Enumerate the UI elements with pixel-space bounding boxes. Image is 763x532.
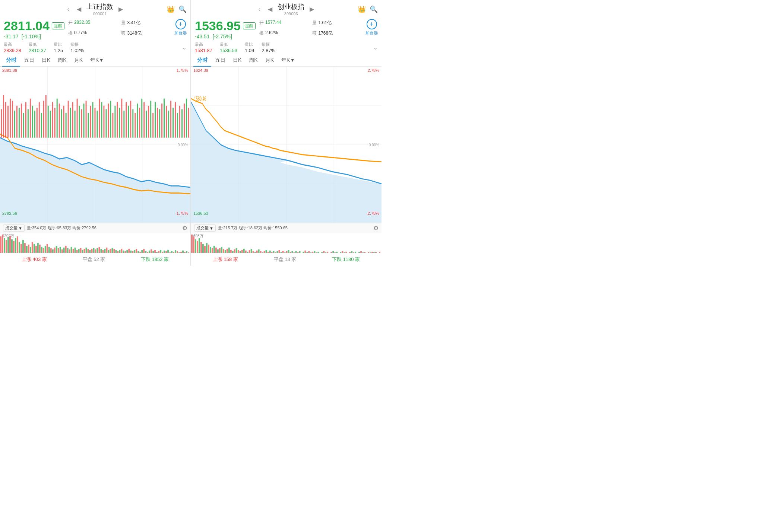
svg-rect-98 — [11, 239, 13, 253]
right-volume-chart: 698万 — [191, 233, 382, 253]
svg-rect-226 — [236, 248, 237, 253]
right-title: 创业板指 — [278, 2, 304, 11]
svg-rect-54 — [105, 109, 107, 138]
svg-rect-269 — [316, 252, 317, 253]
svg-rect-218 — [221, 247, 222, 253]
right-chart-low: 1536.53 — [193, 211, 208, 216]
svg-rect-173 — [151, 249, 152, 253]
svg-rect-287 — [349, 252, 351, 253]
left-up-unit: 家 — [42, 257, 47, 262]
left-tab-1[interactable]: 五日 — [20, 55, 38, 66]
svg-rect-120 — [52, 249, 54, 253]
right-crown-icon[interactable]: 👑 — [358, 5, 366, 13]
right-gear-icon[interactable]: ⚙ — [373, 224, 379, 232]
svg-rect-273 — [323, 251, 324, 253]
right-header-icons: 👑 🔍 — [358, 5, 378, 13]
left-tab-4[interactable]: 月K — [70, 55, 86, 66]
svg-rect-203 — [193, 236, 194, 253]
left-flat-label: 平盘 — [83, 257, 92, 262]
svg-rect-62 — [123, 111, 124, 138]
left-alert-btn[interactable]: 提醒 — [52, 22, 64, 29]
svg-rect-219 — [223, 249, 224, 253]
right-up-label: 上涨 — [213, 257, 222, 262]
svg-rect-206 — [199, 238, 200, 253]
left-stat-high: 最高 2839.28 — [4, 42, 21, 53]
svg-rect-37 — [68, 101, 69, 138]
left-stat-low: 最低 2810.37 — [29, 42, 46, 53]
svg-rect-13 — [14, 111, 15, 138]
svg-rect-7 — [1, 109, 2, 138]
svg-rect-61 — [121, 99, 122, 138]
right-tab-5[interactable]: 年K▼ — [278, 55, 299, 66]
left-down-stats: 下跌 1852 家 — [141, 256, 169, 263]
right-tab-1[interactable]: 五日 — [211, 55, 229, 66]
svg-rect-68 — [137, 104, 138, 138]
svg-rect-25 — [41, 113, 42, 138]
svg-rect-303 — [379, 252, 380, 253]
left-volume-label: 成交量 — [5, 225, 18, 231]
left-price-section: 2811.04 提醒 -31.17 [-1.10%] 开 2832.35 量 3… — [0, 17, 190, 41]
right-chevron-down-icon[interactable]: ⌄ — [373, 44, 378, 51]
right-price-details: 开 1577.44 量 1.61亿 换 2.62% 额 1768亿 — [259, 19, 362, 39]
right-search-icon[interactable]: 🔍 — [370, 5, 378, 13]
right-chart-svg: 1580.46 — [191, 67, 382, 223]
left-price-details: 开 2832.35 量 3.41亿 换 0.77% 额 3148亿 — [68, 19, 171, 39]
svg-rect-80 — [164, 99, 165, 138]
svg-rect-140 — [89, 250, 91, 253]
svg-rect-39 — [72, 102, 73, 138]
svg-rect-83 — [170, 101, 171, 138]
svg-rect-268 — [314, 251, 315, 253]
svg-rect-149 — [106, 248, 107, 253]
svg-rect-230 — [243, 249, 245, 253]
svg-rect-113 — [39, 245, 41, 253]
left-crown-icon[interactable]: 👑 — [167, 5, 175, 13]
svg-rect-40 — [75, 111, 76, 138]
svg-rect-47 — [90, 106, 91, 138]
svg-rect-164 — [134, 250, 135, 253]
right-tab-4[interactable]: 月K — [262, 55, 278, 66]
left-tab-3[interactable]: 周K — [54, 55, 70, 66]
svg-rect-137 — [84, 249, 85, 253]
svg-rect-155 — [117, 251, 118, 253]
right-tab-2[interactable]: 日K — [229, 55, 245, 66]
svg-rect-78 — [159, 109, 160, 138]
svg-rect-166 — [137, 251, 139, 253]
left-down-count: 1852 — [152, 257, 163, 262]
right-back-btn[interactable]: ‹ — [256, 5, 263, 13]
svg-rect-157 — [121, 249, 122, 253]
svg-rect-298 — [370, 252, 371, 253]
svg-rect-233 — [249, 250, 250, 253]
left-tab-2[interactable]: 日K — [38, 55, 54, 66]
svg-rect-153 — [113, 249, 115, 253]
right-volume-dropdown[interactable]: 成交量 ▼ — [194, 224, 216, 232]
left-low-val: 2810.37 — [29, 48, 46, 53]
left-next-btn[interactable]: ▶ — [116, 5, 125, 13]
left-tab-5[interactable]: 年K▼ — [86, 55, 108, 66]
left-chevron-down-icon[interactable]: ⌄ — [182, 44, 187, 51]
right-tab-0[interactable]: 分时 — [193, 55, 211, 66]
svg-rect-76 — [155, 102, 156, 138]
svg-rect-274 — [325, 252, 326, 253]
left-tab-0[interactable]: 分时 — [2, 55, 20, 66]
left-volume-dropdown-icon: ▼ — [18, 226, 22, 230]
left-flat-unit: 家 — [100, 257, 105, 262]
right-next-btn[interactable]: ▶ — [307, 5, 316, 13]
left-volume-dropdown[interactable]: 成交量 ▼ — [3, 224, 25, 232]
right-add-watch-btn[interactable]: + 加自选 — [365, 19, 378, 39]
svg-rect-122 — [56, 246, 57, 253]
svg-rect-118 — [48, 247, 50, 253]
left-add-watch-btn[interactable]: + 加自选 — [174, 19, 187, 39]
left-back-btn[interactable]: ‹ — [65, 5, 72, 13]
right-prev-btn[interactable]: ◀ — [266, 5, 275, 13]
right-tab-3[interactable]: 周K — [245, 55, 261, 66]
left-search-icon[interactable]: 🔍 — [178, 5, 187, 13]
right-plus-icon: + — [367, 19, 377, 29]
left-prev-btn[interactable]: ◀ — [75, 5, 83, 13]
svg-rect-49 — [95, 108, 96, 138]
svg-rect-9 — [5, 102, 6, 138]
svg-rect-139 — [88, 249, 89, 253]
svg-rect-182 — [167, 250, 169, 253]
left-gear-icon[interactable]: ⚙ — [182, 224, 187, 232]
right-alert-btn[interactable]: 提醒 — [243, 22, 256, 29]
svg-rect-103 — [20, 244, 22, 253]
